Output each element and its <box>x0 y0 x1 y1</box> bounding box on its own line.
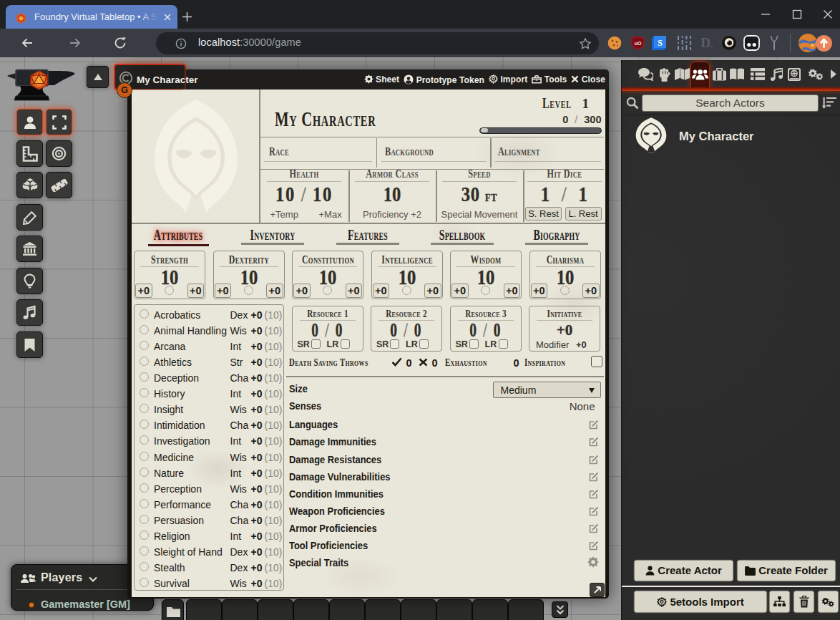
svg-text:D: D <box>700 35 710 50</box>
svg-text:S: S <box>658 38 663 48</box>
svg-text:uO: uO <box>635 41 642 46</box>
